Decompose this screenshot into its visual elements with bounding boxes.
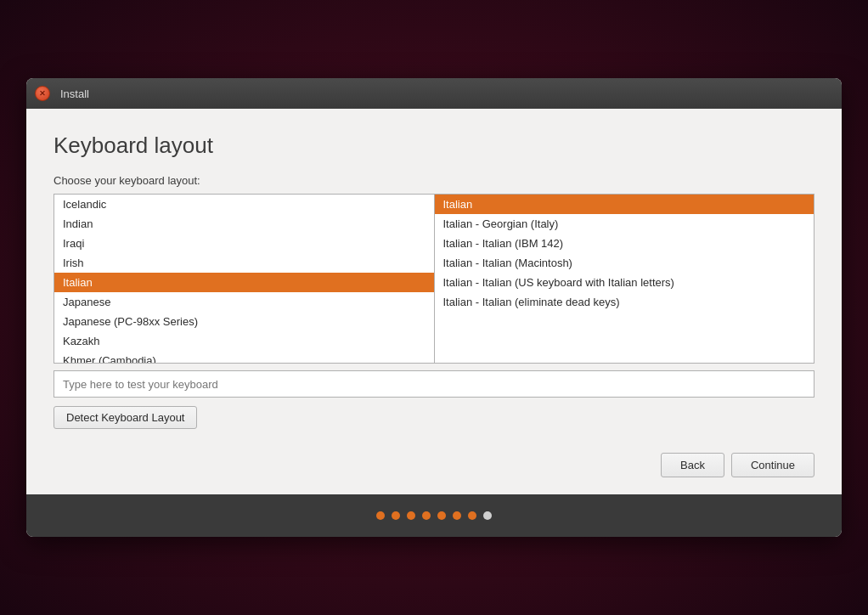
test-input-container [54,370,814,398]
keyboard-test-input[interactable] [54,370,814,398]
list-item[interactable]: Icelandic [54,195,434,214]
close-button[interactable] [35,86,50,101]
detect-layout-button[interactable]: Detect Keyboard Layout [54,406,197,429]
progress-dot-3 [407,511,415,520]
page-title: Keyboard layout [54,133,814,159]
variant-list[interactable]: Italian Italian - Georgian (Italy) Itali… [435,195,814,363]
variant-item[interactable]: Italian - Georgian (Italy) [435,214,814,234]
variant-item-selected[interactable]: Italian [435,195,814,214]
progress-dot-6 [453,511,461,520]
list-item-selected[interactable]: Italian [54,273,434,292]
list-item[interactable]: Khmer (Cambodia) [54,351,434,363]
progress-dot-2 [392,511,400,520]
list-item[interactable]: Japanese (PC-98xx Series) [54,312,434,331]
navigation-buttons: Back Continue [54,453,814,477]
back-button[interactable]: Back [661,453,724,477]
install-window: Install Keyboard layout Choose your keyb… [26,78,842,537]
list-item[interactable]: Irish [54,253,434,273]
variant-item[interactable]: Italian - Italian (IBM 142) [435,234,814,253]
continue-button[interactable]: Continue [731,453,814,477]
list-item[interactable]: Kazakh [54,331,434,351]
window-title: Install [60,87,89,100]
bottom-bar [26,494,842,537]
keyboard-lists: Icelandic Indian Iraqi Irish Italian Jap… [54,194,814,364]
instruction-label: Choose your keyboard layout: [54,174,814,187]
progress-dot-8 [483,511,492,520]
list-item[interactable]: Iraqi [54,234,434,253]
progress-dot-4 [422,511,431,520]
layout-list[interactable]: Icelandic Indian Iraqi Irish Italian Jap… [54,195,435,363]
progress-dot-5 [437,511,446,520]
progress-dot-1 [376,511,385,520]
progress-dot-7 [468,511,476,520]
list-item[interactable]: Japanese [54,292,434,312]
list-item[interactable]: Indian [54,214,434,234]
variant-item[interactable]: Italian - Italian (Macintosh) [435,253,814,273]
titlebar: Install [26,78,842,109]
variant-item[interactable]: Italian - Italian (eliminate dead keys) [435,292,814,312]
variant-item[interactable]: Italian - Italian (US keyboard with Ital… [435,273,814,292]
content-area: Keyboard layout Choose your keyboard lay… [26,109,842,494]
